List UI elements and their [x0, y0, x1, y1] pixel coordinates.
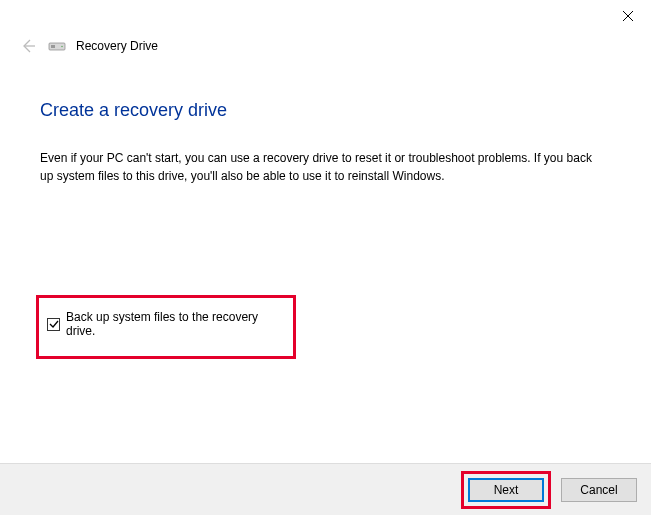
close-button[interactable] [605, 0, 651, 32]
svg-point-5 [61, 46, 63, 48]
content-area: Create a recovery drive Even if your PC … [0, 60, 651, 359]
cancel-button[interactable]: Cancel [561, 478, 637, 502]
footer: Next Cancel [0, 463, 651, 515]
wizard-header: Recovery Drive [0, 32, 651, 60]
description-text: Even if your PC can't start, you can use… [40, 149, 600, 185]
backup-checkbox[interactable] [47, 318, 60, 331]
page-heading: Create a recovery drive [40, 100, 611, 121]
next-button[interactable]: Next [468, 478, 544, 502]
backup-checkbox-row[interactable]: Back up system files to the recovery dri… [47, 310, 285, 338]
svg-rect-4 [51, 45, 55, 48]
back-button[interactable] [18, 38, 38, 54]
titlebar [0, 0, 651, 32]
checkbox-highlight-box: Back up system files to the recovery dri… [36, 295, 296, 359]
checkmark-icon [49, 319, 59, 329]
close-icon [623, 11, 633, 21]
recovery-drive-icon [48, 39, 66, 53]
backup-checkbox-label: Back up system files to the recovery dri… [66, 310, 285, 338]
next-highlight-box: Next [461, 471, 551, 509]
back-arrow-icon [20, 38, 36, 54]
header-title: Recovery Drive [76, 39, 158, 53]
